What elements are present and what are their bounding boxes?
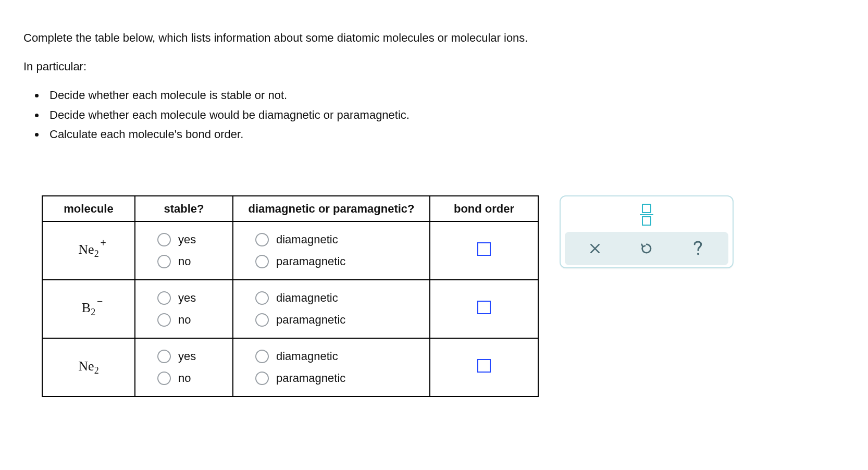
fraction-tool-button[interactable] <box>570 204 723 226</box>
prompt-bullets: Decide whether each molecule is stable o… <box>45 86 845 143</box>
option-label: yes <box>178 233 196 246</box>
stable-no-option[interactable]: no <box>157 255 191 268</box>
molecule-subscript: 2 <box>94 366 99 376</box>
table-row: Ne2 + yes no <box>42 221 538 280</box>
bond-order-cell <box>430 338 538 397</box>
help-icon <box>691 240 705 257</box>
radio-icon <box>157 313 171 327</box>
col-header-magnetism: diamagnetic or paramagnetic? <box>233 196 430 222</box>
option-label: paramagnetic <box>276 372 345 385</box>
fraction-icon <box>642 216 651 226</box>
radio-icon <box>255 313 269 327</box>
tool-panel <box>560 195 734 268</box>
clear-button[interactable] <box>579 237 611 260</box>
radio-icon <box>255 291 269 305</box>
magnetism-cell: diamagnetic paramagnetic <box>233 280 430 338</box>
stable-yes-option[interactable]: yes <box>157 350 196 363</box>
molecule-cell: B2 − <box>42 280 135 338</box>
bond-order-cell <box>430 280 538 338</box>
stable-no-option[interactable]: no <box>157 372 191 385</box>
prompt-bullet: Calculate each molecule's bond order. <box>45 125 845 143</box>
undo-icon <box>639 241 654 256</box>
stable-cell: yes no <box>135 280 233 338</box>
molecule-cell: Ne2 <box>42 338 135 397</box>
radio-icon <box>157 372 171 385</box>
col-header-molecule: molecule <box>42 196 135 222</box>
close-icon <box>588 242 602 255</box>
molecule-formula: B2 − <box>82 301 95 317</box>
molecule-cell: Ne2 + <box>42 221 135 280</box>
help-button[interactable] <box>683 237 714 260</box>
option-label: no <box>178 313 191 327</box>
molecule-charge: − <box>97 296 103 306</box>
table-header-row: molecule stable? diamagnetic or paramagn… <box>42 196 538 222</box>
radio-icon <box>255 233 269 246</box>
radio-icon <box>157 350 171 363</box>
radio-icon <box>157 291 171 305</box>
radio-icon <box>157 255 171 268</box>
molecule-formula: Ne2 + <box>78 243 98 258</box>
paramagnetic-option[interactable]: paramagnetic <box>255 255 345 268</box>
svg-point-0 <box>697 253 699 255</box>
col-header-stable: stable? <box>135 196 233 222</box>
radio-icon <box>255 255 269 268</box>
prompt-bullet: Decide whether each molecule is stable o… <box>45 86 845 104</box>
stable-cell: yes no <box>135 221 233 280</box>
option-label: diamagnetic <box>276 233 338 246</box>
fraction-icon <box>642 204 651 213</box>
option-label: diamagnetic <box>276 291 338 305</box>
diamagnetic-option[interactable]: diamagnetic <box>255 350 338 363</box>
stable-yes-option[interactable]: yes <box>157 291 196 305</box>
option-label: diamagnetic <box>276 350 338 363</box>
paramagnetic-option[interactable]: paramagnetic <box>255 372 345 385</box>
stable-yes-option[interactable]: yes <box>157 233 196 246</box>
magnetism-cell: diamagnetic paramagnetic <box>233 221 430 280</box>
diamagnetic-option[interactable]: diamagnetic <box>255 291 338 305</box>
option-label: paramagnetic <box>276 255 345 268</box>
radio-icon <box>255 372 269 385</box>
option-label: no <box>178 372 191 385</box>
molecule-symbol: Ne <box>78 243 94 256</box>
option-label: yes <box>178 350 196 363</box>
stable-no-option[interactable]: no <box>157 313 191 327</box>
prompt-bullet: Decide whether each molecule would be di… <box>45 106 845 124</box>
molecule-formula: Ne2 <box>78 360 98 375</box>
magnetism-cell: diamagnetic paramagnetic <box>233 338 430 397</box>
option-label: yes <box>178 291 196 305</box>
prompt-intro: Complete the table below, which lists in… <box>23 29 845 47</box>
option-label: no <box>178 255 191 268</box>
tool-panel-bottom <box>565 232 728 265</box>
molecule-subscript: 2 <box>94 249 99 259</box>
diamagnetic-option[interactable]: diamagnetic <box>255 233 338 246</box>
molecule-symbol: B <box>82 301 91 315</box>
answer-table: molecule stable? diamagnetic or paramagn… <box>42 195 539 398</box>
prompt-block: Complete the table below, which lists in… <box>23 29 845 143</box>
molecule-subscript: 2 <box>91 307 95 318</box>
undo-button[interactable] <box>631 237 662 260</box>
stable-cell: yes no <box>135 338 233 397</box>
radio-icon <box>157 233 171 246</box>
bond-order-input[interactable] <box>477 359 491 373</box>
prompt-in-particular: In particular: <box>23 57 845 76</box>
option-label: paramagnetic <box>276 313 345 327</box>
table-row: Ne2 yes no <box>42 338 538 397</box>
tool-panel-top <box>561 196 733 230</box>
molecule-charge: + <box>100 238 106 248</box>
paramagnetic-option[interactable]: paramagnetic <box>255 313 345 327</box>
molecule-symbol: Ne <box>78 360 94 373</box>
table-row: B2 − yes no <box>42 280 538 338</box>
radio-icon <box>255 350 269 363</box>
bond-order-cell <box>430 221 538 280</box>
bond-order-input[interactable] <box>477 242 491 256</box>
question-page: Complete the table below, which lists in… <box>0 0 868 397</box>
col-header-bond-order: bond order <box>430 196 538 222</box>
fraction-icon <box>640 214 653 215</box>
bond-order-input[interactable] <box>477 301 491 314</box>
content-row: molecule stable? diamagnetic or paramagn… <box>23 195 845 398</box>
